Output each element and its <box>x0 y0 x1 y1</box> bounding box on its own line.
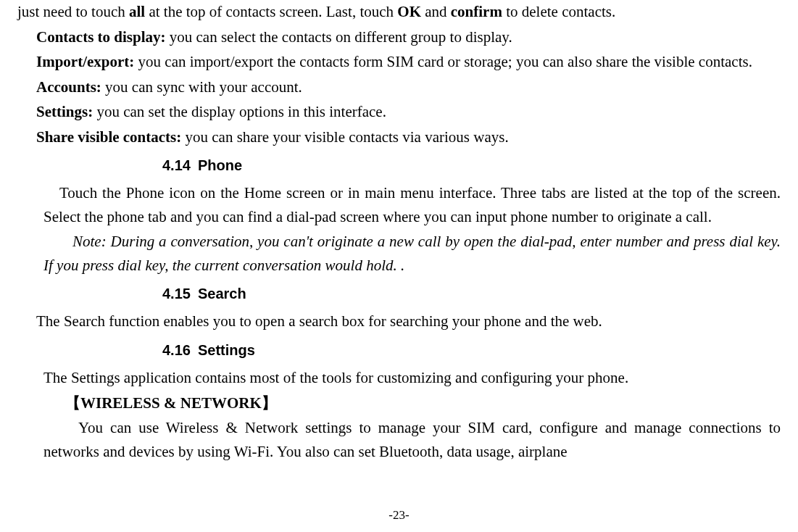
page-number: -23- <box>388 508 409 522</box>
phone-note: Note: During a conversation, you can't o… <box>43 230 781 277</box>
item-accounts: Accounts: you can sync with your account… <box>17 75 781 99</box>
top-line: just need to touch all at the top of con… <box>17 0 781 24</box>
text: to delete contacts. <box>502 3 615 20</box>
settings-intro: The Settings application contains most o… <box>43 366 781 390</box>
item-label: Import/export: <box>36 53 134 70</box>
heading-number: 4.15 <box>162 286 191 302</box>
page-content: just need to touch all at the top of con… <box>0 0 798 463</box>
text: and <box>421 3 451 20</box>
item-text: you can select the contacts on different… <box>166 28 512 46</box>
bold-all: all <box>129 3 145 20</box>
bold-confirm: confirm <box>451 3 502 20</box>
heading-number: 4.14 <box>162 157 191 173</box>
item-import-export: Import/export: you can import/export the… <box>17 50 781 74</box>
bold-ok: OK <box>397 3 421 20</box>
item-label: Share visible contacts: <box>36 128 181 146</box>
item-text: you can import/export the contacts form … <box>134 53 752 70</box>
item-label: Settings: <box>36 103 93 120</box>
phone-body: Touch the Phone icon on the Home screen … <box>43 181 781 228</box>
item-text: you can share your visible contacts via … <box>181 128 508 146</box>
heading-settings: 4.16Settings <box>162 339 781 362</box>
item-settings: Settings: you can set the display option… <box>17 100 781 124</box>
heading-number: 4.16 <box>162 342 191 358</box>
text: at the top of contacts screen. Last, tou… <box>145 3 397 20</box>
wireless-label-line: 【WIRELESS & NETWORK】 <box>43 391 781 415</box>
item-text: you can sync with your account. <box>101 78 302 96</box>
item-text: you can set the display options in this … <box>93 103 386 120</box>
wireless-body: You can use Wireless & Network settings … <box>43 416 781 463</box>
item-share-visible: Share visible contacts: you can share yo… <box>17 125 781 149</box>
item-label: Accounts: <box>36 78 101 96</box>
item-contacts-to-display: Contacts to display: you can select the … <box>17 25 781 49</box>
item-label: Contacts to display: <box>36 28 166 46</box>
heading-search: 4.15Search <box>162 283 781 305</box>
settings-block: The Settings application contains most o… <box>17 366 781 463</box>
heading-title: Settings <box>198 342 255 358</box>
search-body: The Search function enables you to open … <box>17 309 781 333</box>
text: just need to touch <box>17 3 129 20</box>
page-footer: -23- <box>0 506 798 525</box>
heading-title: Phone <box>198 157 242 173</box>
heading-title: Search <box>198 286 246 302</box>
phone-block: Touch the Phone icon on the Home screen … <box>17 181 781 277</box>
heading-phone: 4.14Phone <box>162 154 781 177</box>
wireless-label: 【WIRELESS & NETWORK】 <box>65 394 277 412</box>
